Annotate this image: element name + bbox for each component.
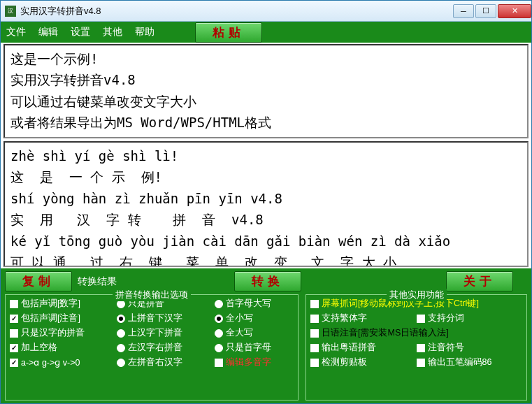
convert-result-label: 转换结果	[78, 275, 117, 288]
option-g1-col3-2[interactable]: 全大写	[215, 327, 294, 339]
option-label: 全大写	[226, 327, 253, 339]
option-label: 左汉字右拼音	[128, 342, 182, 354]
checkbox-icon	[417, 344, 425, 352]
option-g2-7[interactable]: 输出五笔编码86	[417, 356, 522, 368]
radio-icon	[215, 315, 223, 323]
minimize-button[interactable]: ─	[453, 4, 474, 18]
option-label: 注音符号	[428, 342, 464, 354]
convert-button[interactable]: 转换	[234, 271, 301, 291]
option-label: a->ɑ g->ɡ v->0	[21, 357, 80, 368]
option-g1-col2-3[interactable]: 左汉字右拼音	[117, 342, 205, 354]
menu-file[interactable]: 文件	[6, 26, 26, 38]
group1-legend: 拼音转换输出选项	[113, 289, 191, 301]
checkbox-icon	[215, 359, 223, 367]
checkbox-icon	[310, 344, 319, 352]
input-textarea[interactable]: 这是一个示例! 实用汉字转拼音v4.8 可以通过右键菜单改变文字大小 或者将结果…	[3, 44, 529, 138]
menu-help[interactable]: 帮助	[135, 26, 154, 38]
menubar: 文件 编辑 设置 其他 帮助 粘贴	[1, 22, 531, 43]
option-label: 左拼音右汉字	[128, 356, 182, 368]
option-g1-col3-1[interactable]: 全小写	[215, 312, 294, 324]
app-icon: 汉	[5, 6, 16, 17]
radio-icon	[117, 359, 125, 367]
checkbox-icon	[310, 359, 319, 367]
option-g1-col2-1[interactable]: 上拼音下汉字	[117, 312, 205, 324]
checkbox-icon	[310, 300, 319, 308]
radio-icon	[117, 315, 125, 323]
checkbox-icon	[417, 359, 425, 367]
option-g1-col1-0[interactable]: 包括声调[数字]	[10, 298, 107, 310]
option-label: 只是汉字的拼音	[21, 327, 85, 339]
titlebar: 汉 实用汉字转拼音v4.8 ─ ☐ ✕	[1, 1, 531, 22]
radio-icon	[117, 329, 125, 338]
option-label: 输出粤语拼音	[322, 342, 376, 354]
option-g2-6[interactable]: 检测剪贴板	[310, 356, 407, 368]
option-g1-col3-0[interactable]: 首字母大写	[215, 298, 294, 310]
maximize-button[interactable]: ☐	[475, 4, 496, 18]
radio-icon	[215, 344, 223, 352]
pinyin-options-group: 拼音转换输出选项 包括声调[数字]只是拼音首字母大写包括声调[注音]上拼音下汉字…	[5, 294, 299, 401]
options-panel: 复制 转换结果 转换 关于 拼音转换输出选项 包括声调[数字]只是拼音首字母大写…	[1, 268, 531, 403]
checkbox-icon	[310, 315, 319, 323]
option-label: 加上空格	[21, 342, 57, 354]
option-g2-4[interactable]: 输出粤语拼音	[310, 342, 407, 354]
menu-settings[interactable]: 设置	[71, 26, 90, 38]
copy-button[interactable]: 复制	[5, 271, 72, 291]
checkbox-icon	[10, 300, 18, 308]
about-button[interactable]: 关于	[446, 271, 513, 291]
option-g1-col2-4[interactable]: 左拼音右汉字	[117, 356, 205, 368]
option-g2-1[interactable]: 支持繁体字	[310, 312, 407, 324]
close-button[interactable]: ✕	[498, 4, 531, 18]
option-g1-col1-1[interactable]: 包括声调[注音]	[10, 312, 107, 324]
output-textarea[interactable]: zhè shì yí gè shì lì! 这 是 一 个 示 例! shí y…	[3, 141, 529, 267]
option-label: 全小写	[226, 312, 253, 324]
option-label: 日语注音[需安装MS日语输入法]	[322, 327, 449, 339]
menu-edit[interactable]: 编辑	[38, 26, 58, 38]
option-g2-3[interactable]: 日语注音[需安装MS日语输入法]	[310, 327, 522, 339]
option-label: 支持繁体字	[322, 312, 367, 324]
checkbox-icon	[10, 329, 18, 338]
other-functions-group: 其他实用功能 屏幕抓词[移动鼠标到汉字上,按下Ctrl键]支持繁体字支持分词日语…	[305, 294, 527, 401]
option-label: 只是首字母	[226, 342, 271, 354]
option-label: 上拼音下汉字	[128, 312, 182, 324]
option-label: 包括声调[注音]	[21, 312, 80, 324]
checkbox-icon	[10, 315, 18, 323]
paste-button[interactable]: 粘贴	[195, 22, 262, 43]
checkbox-icon	[310, 329, 319, 338]
option-label: 首字母大写	[226, 298, 271, 310]
option-g1-col1-3[interactable]: 加上空格	[10, 342, 107, 354]
option-g1-col2-2[interactable]: 上汉字下拼音	[117, 327, 205, 339]
checkbox-icon	[10, 344, 18, 352]
option-label: 输出五笔编码86	[428, 356, 492, 368]
option-label: 上汉字下拼音	[128, 327, 182, 339]
option-label: 检测剪贴板	[322, 356, 367, 368]
group2-legend: 其他实用功能	[387, 289, 447, 301]
option-g1-col3-4[interactable]: 编辑多音字	[215, 356, 294, 368]
radio-icon	[215, 300, 223, 308]
window-title: 实用汉字转拼音v4.8	[20, 5, 452, 17]
option-label: 支持分词	[428, 312, 464, 324]
option-g1-col1-2[interactable]: 只是汉字的拼音	[10, 327, 107, 339]
checkbox-icon	[417, 315, 425, 323]
radio-icon	[117, 344, 125, 352]
option-g1-col1-4[interactable]: a->ɑ g->ɡ v->0	[10, 356, 107, 368]
option-g2-2[interactable]: 支持分词	[417, 312, 522, 324]
option-g2-5[interactable]: 注音符号	[417, 342, 522, 354]
option-label: 包括声调[数字]	[21, 298, 80, 310]
checkbox-icon	[10, 359, 18, 367]
option-label: 编辑多音字	[226, 356, 271, 368]
menu-other[interactable]: 其他	[103, 26, 122, 38]
option-g1-col3-3[interactable]: 只是首字母	[215, 342, 294, 354]
radio-icon	[215, 329, 223, 338]
